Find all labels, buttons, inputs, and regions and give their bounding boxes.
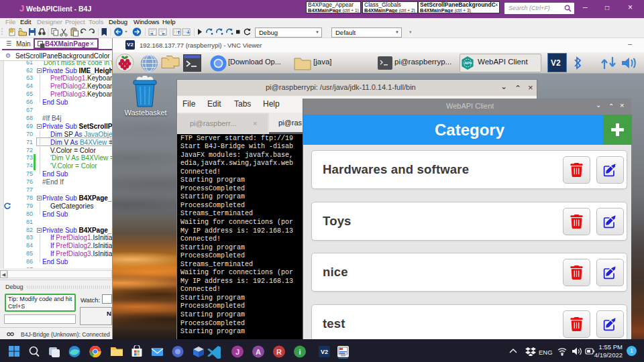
svg-text:J: J xyxy=(235,348,239,356)
svg-text:i: i xyxy=(299,348,301,356)
svg-text:V2: V2 xyxy=(321,349,328,355)
svg-text:API: API xyxy=(464,61,471,65)
svg-text:R: R xyxy=(276,348,282,356)
svg-text:A: A xyxy=(256,348,261,356)
